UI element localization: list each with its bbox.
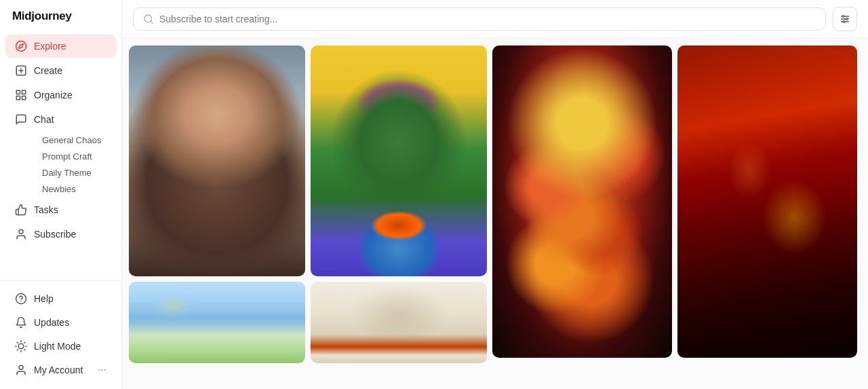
- gallery-image-1[interactable]: [129, 45, 305, 276]
- chat-subnav: General Chaos Prompt Craft Daily Theme N…: [0, 132, 121, 198]
- sidebar-item-prompt-craft[interactable]: Prompt Craft: [33, 149, 116, 164]
- sidebar-item-newbies[interactable]: Newbies: [33, 181, 116, 197]
- gallery-image-3[interactable]: [492, 45, 672, 358]
- sidebar-item-daily-theme[interactable]: Daily Theme: [33, 165, 116, 181]
- svg-rect-5: [16, 90, 20, 94]
- organize-label: Organize: [34, 90, 73, 100]
- topbar: [122, 0, 868, 39]
- chat-icon: [15, 113, 27, 126]
- search-bar[interactable]: [133, 7, 826, 31]
- main-content: [122, 0, 868, 389]
- svg-point-12: [18, 344, 24, 349]
- svg-line-19: [17, 350, 18, 350]
- tasks-icon: [15, 204, 27, 216]
- svg-point-29: [843, 21, 845, 23]
- explore-label: Explore: [34, 41, 66, 52]
- sidebar-item-my-account[interactable]: My Account ···: [5, 358, 116, 382]
- subscribe-label: Subscribe: [34, 229, 76, 240]
- filter-button[interactable]: [833, 7, 857, 31]
- help-label: Help: [34, 293, 54, 304]
- sidebar-item-subscribe[interactable]: Subscribe: [5, 223, 116, 246]
- sidebar-item-chat[interactable]: Chat: [5, 108, 116, 131]
- image-gallery: [122, 39, 868, 389]
- sidebar-bottom: Help Updates Light Mode: [0, 280, 121, 382]
- svg-point-9: [19, 229, 23, 234]
- svg-rect-6: [22, 90, 26, 94]
- updates-label: Updates: [34, 317, 69, 328]
- svg-line-15: [17, 342, 18, 343]
- svg-point-27: [842, 16, 844, 18]
- user-icon: [15, 364, 27, 376]
- create-icon: [15, 64, 27, 77]
- gallery-image-6[interactable]: [311, 282, 487, 363]
- my-account-label: My Account: [34, 365, 83, 375]
- svg-line-23: [151, 21, 153, 23]
- svg-line-20: [24, 342, 25, 343]
- sidebar-item-tasks[interactable]: Tasks: [5, 198, 116, 221]
- tasks-label: Tasks: [34, 204, 58, 215]
- bell-icon: [15, 316, 27, 329]
- search-icon: [143, 14, 154, 24]
- sliders-icon: [840, 14, 850, 24]
- sun-icon: [15, 340, 27, 352]
- sidebar-item-general-chaos[interactable]: General Chaos: [33, 132, 116, 148]
- sidebar-item-light-mode[interactable]: Light Mode: [5, 335, 116, 358]
- svg-point-28: [846, 18, 848, 20]
- sidebar-item-updates[interactable]: Updates: [5, 311, 116, 334]
- svg-marker-1: [19, 44, 23, 48]
- svg-line-16: [24, 350, 25, 350]
- sidebar-item-organize[interactable]: Organize: [5, 84, 116, 107]
- more-icon: ···: [98, 364, 106, 376]
- chat-label: Chat: [34, 114, 54, 125]
- gallery-image-2[interactable]: [311, 45, 487, 276]
- help-icon: [15, 293, 27, 305]
- gallery-image-4[interactable]: [677, 45, 857, 358]
- sidebar: Midjourney Explore Create Organize: [0, 0, 122, 389]
- svg-rect-7: [16, 96, 20, 100]
- light-mode-label: Light Mode: [34, 341, 81, 352]
- subscribe-icon: [15, 228, 27, 240]
- search-input[interactable]: [159, 14, 816, 24]
- svg-point-0: [16, 41, 26, 52]
- sidebar-item-create[interactable]: Create: [5, 59, 116, 82]
- svg-rect-8: [22, 96, 26, 100]
- sidebar-item-explore[interactable]: Explore: [5, 35, 116, 58]
- sidebar-item-help[interactable]: Help: [5, 287, 116, 310]
- organize-icon: [15, 89, 27, 101]
- create-label: Create: [34, 65, 62, 76]
- app-logo: Midjourney: [0, 10, 121, 34]
- svg-point-21: [19, 365, 23, 369]
- compass-icon: [15, 40, 27, 52]
- gallery-image-5[interactable]: [129, 282, 305, 363]
